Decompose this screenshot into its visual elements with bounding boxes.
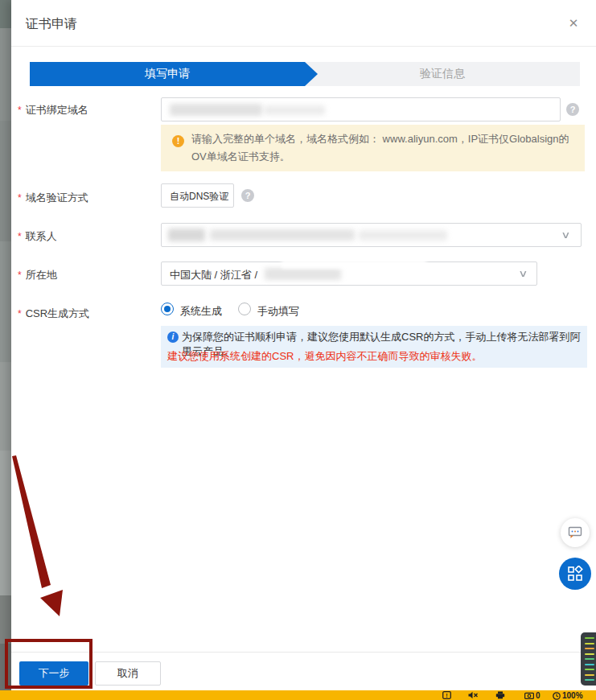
info-icon: i [167,331,179,343]
required-marker: * [18,270,22,281]
verify-method-label: *域名验证方式 [18,191,88,205]
page: 证书申请 ✕ 验证信息 填写申请 *证书绑定域名 ? ! 请输入完整的单个域名，… [0,0,596,700]
camera-icon [524,692,534,699]
contact-label: *联系人 [18,229,57,244]
csr-system-radio[interactable] [161,303,174,315]
background-segment [0,451,11,595]
next-step-button[interactable]: 下一步 [19,661,88,686]
location-redacted-value [265,268,341,280]
contact-redacted-value [210,229,355,241]
required-marker: * [18,231,22,242]
chevron-down-icon: ∨ [561,229,570,241]
printer-icon[interactable] [495,691,505,699]
domain-input[interactable] [161,97,561,121]
background-page-strip [0,0,11,690]
clock-icon [553,692,561,700]
background-segment [0,595,11,644]
counter-value: 0 [536,691,541,700]
verify-method-select[interactable]: 自动DNS验证 ∨ [161,183,234,208]
step-verify-info: 验证信息 [305,62,580,86]
verify-method-label-text: 域名验证方式 [26,191,88,204]
contact-redacted-value [168,229,205,241]
apps-launcher-button[interactable] [559,558,591,590]
edge-widget-partial[interactable] [581,632,596,686]
dialog-title: 证书申请 [26,16,77,33]
location-label-text: 所在地 [26,269,57,281]
blur-smudge [282,254,426,269]
background-segment [0,28,11,121]
card-icon[interactable]: ! [442,691,451,699]
status-bar: ! 0 100% [0,690,596,700]
contact-redacted-value [359,230,447,241]
domain-format-notice: ! 请输入完整的单个域名，域名格式例如： www.aliyun.com，IP证书… [161,125,585,171]
zoom-value: 100% [562,691,583,700]
header-divider [11,46,596,47]
csr-method-label-text: CSR生成方式 [26,307,89,319]
close-icon[interactable]: ✕ [565,16,582,31]
warning-icon: ! [172,135,184,147]
required-marker: * [18,192,22,204]
background-segment [0,0,11,28]
chat-bubble-icon [568,526,582,539]
step-fill-application-label: 填写申请 [145,67,190,81]
csr-manual-radio-label[interactable]: 手动填写 [257,304,299,319]
background-segment [0,121,11,241]
domain-help-icon[interactable]: ? [566,103,579,116]
domain-format-notice-text: 请输入完整的单个域名，域名格式例如： www.aliyun.com，IP证书仅G… [191,130,576,166]
domain-field-label-text: 证书绑定域名 [26,104,88,116]
csr-method-label: *CSR生成方式 [18,307,89,321]
footer-divider [11,652,596,653]
domain-input-redacted-value [265,105,325,115]
location-label: *所在地 [18,268,57,282]
feedback-chat-button[interactable] [561,518,590,547]
required-marker: * [18,105,22,116]
chevron-down-icon: ∨ [220,190,230,201]
required-marker: * [18,308,22,319]
contact-label-text: 联系人 [26,230,57,242]
background-segment [0,644,11,690]
cancel-button[interactable]: 取消 [95,661,161,686]
csr-manual-radio[interactable] [238,303,251,315]
csr-notice: i 为保障您的证书顺利申请，建议您使用默认生成CSR的方式，手动上传将无法部署到… [161,326,587,368]
mute-speaker-icon[interactable] [468,691,479,699]
background-segment [0,241,11,362]
domain-field-label: *证书绑定域名 [18,103,88,117]
verify-method-help-icon[interactable]: ? [241,189,254,202]
zoom-level[interactable]: 100% [553,691,583,700]
step-fill-application: 填写申请 [30,62,318,86]
csr-system-radio-label[interactable]: 系统生成 [180,304,222,319]
chevron-down-icon: ∨ [518,268,528,279]
background-segment [0,362,11,451]
svg-text:!: ! [446,693,447,698]
step-wizard: 验证信息 填写申请 [30,62,580,86]
apps-grid-icon [567,566,583,582]
camera-counter[interactable]: 0 [524,691,541,700]
step-verify-info-label: 验证信息 [420,67,465,81]
csr-notice-line2: 建议您使用系统创建的CSR，避免因内容不正确而导致的审核失败。 [167,349,582,364]
contact-select[interactable]: ∨ [161,223,582,247]
location-value: 中国大陆 / 浙江省 / [170,268,257,282]
domain-input-redacted-value [170,104,262,116]
